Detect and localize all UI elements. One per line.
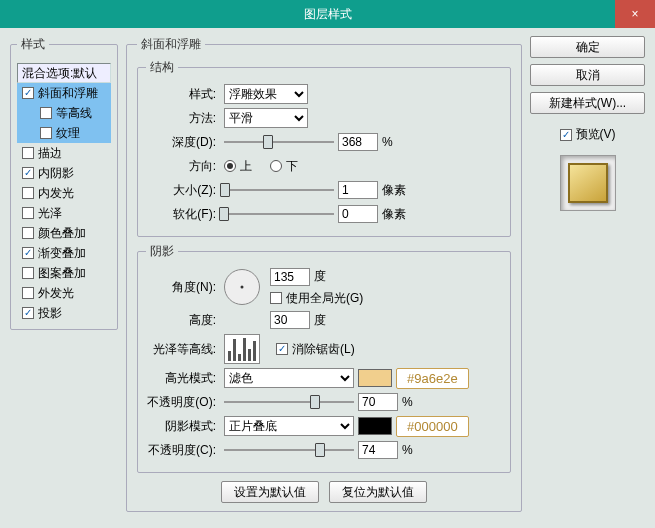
method-label: 方法: xyxy=(146,110,220,127)
style-item-gradoverlay[interactable]: ✓渐变叠加 xyxy=(17,243,111,263)
method-select[interactable]: 平滑 xyxy=(224,108,308,128)
style-item-contour[interactable]: 等高线 xyxy=(17,103,111,123)
dialog-content: 样式 混合选项:默认✓斜面和浮雕等高线纹理描边✓内阴影内发光光泽颜色叠加✓渐变叠… xyxy=(0,28,655,526)
style-item-patternoverlay[interactable]: 图案叠加 xyxy=(17,263,111,283)
size-input[interactable]: 1 xyxy=(338,181,378,199)
shade-fieldset: 阴影 角度(N): 135 度 使用全局光(G) xyxy=(137,243,511,473)
bevel-legend: 斜面和浮雕 xyxy=(137,36,205,53)
soften-input[interactable]: 0 xyxy=(338,205,378,223)
styles-column: 样式 混合选项:默认✓斜面和浮雕等高线纹理描边✓内阴影内发光光泽颜色叠加✓渐变叠… xyxy=(10,36,118,518)
shadow-opacity-unit: % xyxy=(402,443,413,457)
shadow-hex-label: #000000 xyxy=(396,416,469,437)
style-item-texture[interactable]: 纹理 xyxy=(17,123,111,143)
highlight-opacity-unit: % xyxy=(402,395,413,409)
style-label-patternoverlay: 图案叠加 xyxy=(38,265,86,282)
style-item-innerglow[interactable]: 内发光 xyxy=(17,183,111,203)
blend-options-header[interactable]: 混合选项:默认 xyxy=(17,63,111,83)
angle-unit: 度 xyxy=(314,268,326,285)
style-label: 样式: xyxy=(146,86,220,103)
style-label-stroke: 描边 xyxy=(38,145,62,162)
close-button[interactable]: × xyxy=(615,0,655,28)
angle-label: 角度(N): xyxy=(146,279,220,296)
shadow-mode-label: 阴影模式: xyxy=(146,418,220,435)
shadow-mode-select[interactable]: 正片叠底 xyxy=(224,416,354,436)
direction-label: 方向: xyxy=(146,158,220,175)
style-checkbox-innerglow[interactable] xyxy=(22,187,34,199)
angle-input[interactable]: 135 xyxy=(270,268,310,286)
direction-down-label: 下 xyxy=(286,158,298,175)
style-item-coloroverlay[interactable]: 颜色叠加 xyxy=(17,223,111,243)
title-bar: 图层样式 × xyxy=(0,0,655,28)
ok-button[interactable]: 确定 xyxy=(530,36,645,58)
soften-slider[interactable] xyxy=(224,205,334,223)
shadow-color-swatch[interactable] xyxy=(358,417,392,435)
reset-default-button[interactable]: 复位为默认值 xyxy=(329,481,427,503)
preview-box xyxy=(560,155,616,211)
style-checkbox-stroke[interactable] xyxy=(22,147,34,159)
close-icon: × xyxy=(631,7,638,21)
altitude-label: 高度: xyxy=(146,312,220,329)
depth-label: 深度(D): xyxy=(146,134,220,151)
preview-checkbox[interactable]: ✓ xyxy=(560,129,572,141)
highlight-color-swatch[interactable] xyxy=(358,369,392,387)
new-style-button[interactable]: 新建样式(W)... xyxy=(530,92,645,114)
style-checkbox-satin[interactable] xyxy=(22,207,34,219)
style-label-innerglow: 内发光 xyxy=(38,185,74,202)
antialias-label: 消除锯齿(L) xyxy=(292,341,355,358)
style-checkbox-patternoverlay[interactable] xyxy=(22,267,34,279)
size-slider[interactable] xyxy=(224,181,334,199)
gloss-contour-picker[interactable] xyxy=(224,334,260,364)
style-label-texture: 纹理 xyxy=(56,125,80,142)
style-checkbox-coloroverlay[interactable] xyxy=(22,227,34,239)
style-item-outerglow[interactable]: 外发光 xyxy=(17,283,111,303)
style-item-dropshadow[interactable]: ✓投影 xyxy=(17,303,111,323)
highlight-opacity-slider[interactable] xyxy=(224,393,354,411)
highlight-mode-select[interactable]: 滤色 xyxy=(224,368,354,388)
structure-fieldset: 结构 样式: 浮雕效果 方法: 平滑 深度(D): 368 % 方向: xyxy=(137,59,511,237)
style-checkbox-innershadow[interactable]: ✓ xyxy=(22,167,34,179)
shadow-opacity-label: 不透明度(C): xyxy=(146,442,220,459)
depth-input[interactable]: 368 xyxy=(338,133,378,151)
side-column: 确定 取消 新建样式(W)... ✓ 预览(V) xyxy=(530,36,645,518)
style-label-dropshadow: 投影 xyxy=(38,305,62,322)
soften-label: 软化(F): xyxy=(146,206,220,223)
style-label-innershadow: 内阴影 xyxy=(38,165,74,182)
style-item-stroke[interactable]: 描边 xyxy=(17,143,111,163)
global-light-checkbox[interactable] xyxy=(270,292,282,304)
structure-legend: 结构 xyxy=(146,59,178,76)
style-list: 混合选项:默认✓斜面和浮雕等高线纹理描边✓内阴影内发光光泽颜色叠加✓渐变叠加图案… xyxy=(17,63,111,323)
altitude-input[interactable]: 30 xyxy=(270,311,310,329)
style-label-contour: 等高线 xyxy=(56,105,92,122)
direction-up-radio[interactable] xyxy=(224,160,236,172)
style-item-satin[interactable]: 光泽 xyxy=(17,203,111,223)
style-label-coloroverlay: 颜色叠加 xyxy=(38,225,86,242)
angle-dial[interactable] xyxy=(224,269,260,305)
direction-down-radio[interactable] xyxy=(270,160,282,172)
title-text: 图层样式 xyxy=(304,6,352,23)
shadow-opacity-slider[interactable] xyxy=(224,441,354,459)
altitude-unit: 度 xyxy=(314,312,326,329)
style-item-innershadow[interactable]: ✓内阴影 xyxy=(17,163,111,183)
highlight-opacity-input[interactable]: 70 xyxy=(358,393,398,411)
main-column: 斜面和浮雕 结构 样式: 浮雕效果 方法: 平滑 深度(D): 368 % xyxy=(126,36,522,518)
antialias-checkbox[interactable]: ✓ xyxy=(276,343,288,355)
soften-unit: 像素 xyxy=(382,206,406,223)
style-select[interactable]: 浮雕效果 xyxy=(224,84,308,104)
style-checkbox-bevel[interactable]: ✓ xyxy=(22,87,34,99)
style-checkbox-texture[interactable] xyxy=(40,127,52,139)
cancel-button[interactable]: 取消 xyxy=(530,64,645,86)
styles-legend: 样式 xyxy=(17,36,49,53)
make-default-button[interactable]: 设置为默认值 xyxy=(221,481,319,503)
style-checkbox-dropshadow[interactable]: ✓ xyxy=(22,307,34,319)
size-label: 大小(Z): xyxy=(146,182,220,199)
style-label-bevel: 斜面和浮雕 xyxy=(38,85,98,102)
highlight-opacity-label: 不透明度(O): xyxy=(146,394,220,411)
preview-label: 预览(V) xyxy=(576,126,616,143)
style-checkbox-gradoverlay[interactable]: ✓ xyxy=(22,247,34,259)
direction-up-label: 上 xyxy=(240,158,252,175)
style-item-bevel[interactable]: ✓斜面和浮雕 xyxy=(17,83,111,103)
shadow-opacity-input[interactable]: 74 xyxy=(358,441,398,459)
style-checkbox-outerglow[interactable] xyxy=(22,287,34,299)
style-checkbox-contour[interactable] xyxy=(40,107,52,119)
depth-slider[interactable] xyxy=(224,133,334,151)
